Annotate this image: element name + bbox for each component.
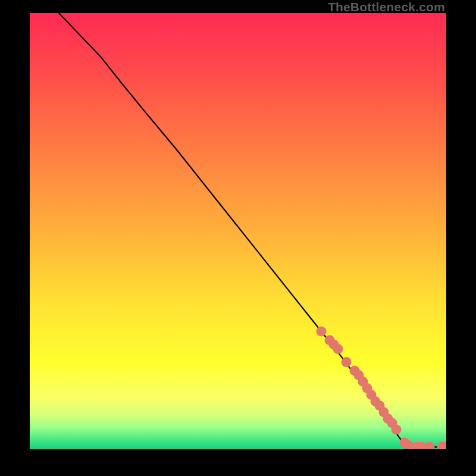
plot-area [30, 13, 446, 449]
curve-svg [30, 13, 446, 449]
sample-point [317, 327, 327, 337]
sample-point [333, 344, 343, 354]
attribution-text: TheBottleneck.com [328, 0, 445, 14]
sample-point [425, 442, 435, 449]
chart-container: TheBottleneck.com [0, 0, 476, 476]
sample-point [342, 357, 352, 367]
sample-point [392, 425, 402, 435]
sample-point-markers [317, 327, 447, 449]
bottleneck-curve-line [59, 13, 446, 447]
